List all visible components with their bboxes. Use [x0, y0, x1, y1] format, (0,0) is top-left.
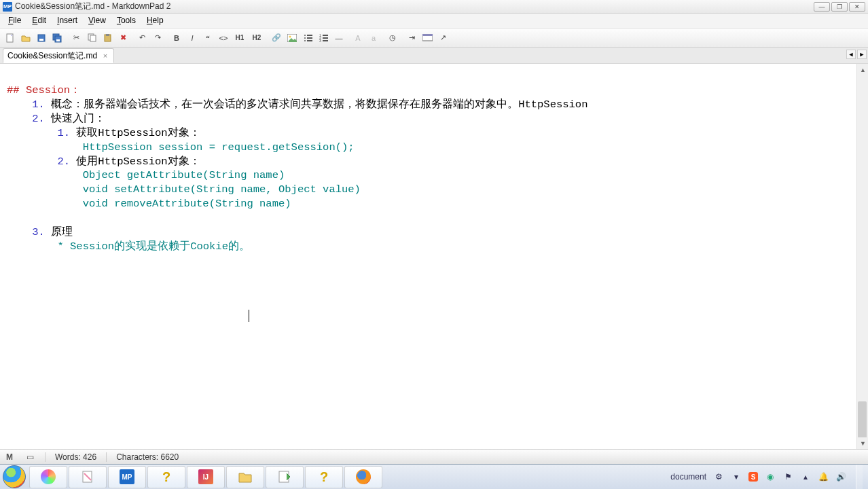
editor-content[interactable]: ## Session： 1. 概念：服务器端会话技术，在一次会话的多次请求间共享… [0, 64, 868, 259]
menu-insert[interactable]: Insert [52, 14, 83, 28]
code-button[interactable]: <> [216, 31, 231, 46]
ordered-list-button[interactable]: 123 [316, 31, 331, 46]
tab-bar: Cookie&Session笔记.md × ◄ ► [0, 48, 868, 64]
text-line: 获取HttpSession对象： [76, 127, 200, 139]
undo-button[interactable]: ↶ [134, 31, 149, 46]
taskbar-app-explorer[interactable] [226, 466, 264, 488]
svg-rect-9 [106, 34, 109, 36]
svg-point-14 [304, 37, 306, 39]
paste-button[interactable] [100, 31, 115, 46]
image-button[interactable] [285, 31, 300, 46]
app-icon: MP [3, 2, 12, 12]
menu-help[interactable]: Help [141, 14, 169, 28]
window-title: Cookie&Session笔记.md - MarkdownPad 2 [15, 1, 814, 12]
tray-icon-notification[interactable]: 🔔 [818, 471, 829, 482]
svg-rect-25 [422, 34, 433, 36]
bold-button[interactable]: B [169, 31, 184, 46]
copy-button[interactable] [84, 31, 99, 46]
windows-orb-icon [3, 465, 26, 488]
tray-icon-sogou[interactable]: S [748, 472, 758, 482]
cut-button[interactable]: ✂ [69, 31, 84, 46]
taskbar-app-help1[interactable]: ? [147, 466, 185, 488]
status-characters: Characters: 6620 [116, 452, 179, 462]
text-line: 快速入门： [51, 113, 105, 125]
redo-button[interactable]: ↷ [150, 31, 165, 46]
tray-icon-volume[interactable]: 🔊 [835, 471, 846, 482]
tray-icon-action[interactable]: ⚑ [782, 471, 793, 482]
tray-icon-2[interactable]: ▾ [731, 471, 742, 482]
tab-close-icon[interactable]: × [101, 52, 109, 60]
tab-active[interactable]: Cookie&Session笔记.md × [3, 48, 114, 63]
svg-rect-21 [323, 37, 328, 39]
link-button[interactable]: 🔗 [269, 31, 284, 46]
scroll-down-button[interactable]: ▼ [857, 437, 868, 449]
svg-rect-19 [323, 35, 328, 36]
quote-button[interactable]: “ [200, 31, 215, 46]
svg-rect-23 [323, 40, 328, 41]
code-line: HttpSession session = request.getSession… [83, 141, 355, 153]
preview-button[interactable] [420, 31, 435, 46]
menu-view[interactable]: View [83, 14, 111, 28]
save-all-button[interactable] [50, 31, 65, 46]
markdown-icon: M [4, 452, 15, 462]
tab-label: Cookie&Session笔记.md [7, 50, 97, 62]
hr-button[interactable]: — [331, 31, 346, 46]
tray-icon-chevron[interactable]: ▴ [800, 471, 811, 482]
scroll-up-button[interactable]: ▲ [857, 64, 868, 75]
taskbar: MP ? IJ ? document ⚙ ▾ S ◉ ⚑ ▴ 🔔 🔊 [0, 464, 868, 489]
timestamp-button[interactable]: ◷ [385, 31, 400, 46]
svg-rect-2 [39, 39, 43, 41]
status-bar: M ▭ Words: 426 Characters: 6620 [0, 449, 868, 464]
taskbar-app-markdownpad[interactable]: MP [108, 466, 146, 488]
h1-button[interactable]: H1 [232, 31, 248, 46]
open-file-button[interactable] [18, 31, 33, 46]
list-number: 2. [57, 156, 76, 168]
list-number: 2. [32, 113, 51, 125]
tab-next-button[interactable]: ► [857, 50, 867, 59]
tray-icon-security[interactable]: ◉ [765, 471, 776, 482]
tab-prev-button[interactable]: ◄ [846, 50, 856, 59]
menu-bar: File Edit Insert View Tools Help [0, 14, 868, 29]
minimize-button[interactable]: — [814, 2, 830, 12]
svg-point-16 [304, 40, 306, 41]
svg-point-11 [289, 35, 291, 37]
taskbar-app-help2[interactable]: ? [305, 466, 343, 488]
delete-button[interactable]: ✖ [115, 31, 130, 46]
taskbar-app-notepad[interactable] [69, 466, 107, 488]
menu-edit[interactable]: Edit [26, 14, 52, 28]
uppercase-button[interactable]: A [350, 31, 365, 46]
save-button[interactable] [34, 31, 49, 46]
taskbar-app-firefox[interactable] [344, 466, 382, 488]
menu-file[interactable]: File [3, 14, 26, 28]
italic-button[interactable]: I [185, 31, 200, 46]
toggle-preview-button[interactable]: ⇥ [404, 31, 419, 46]
code-line: void removeAttribute(String name) [83, 198, 291, 210]
svg-rect-7 [90, 35, 96, 41]
title-bar: MP Cookie&Session笔记.md - MarkdownPad 2 —… [0, 0, 868, 14]
unordered-list-button[interactable] [300, 31, 315, 46]
tray-icon-1[interactable]: ⚙ [713, 471, 724, 482]
text-line: 使用HttpSession对象： [76, 156, 200, 168]
close-button[interactable]: ✕ [849, 2, 865, 12]
menu-tools[interactable]: Tools [111, 14, 141, 28]
tab-nav: ◄ ► [846, 50, 867, 59]
lowercase-button[interactable]: a [366, 31, 381, 46]
editor-area[interactable]: ## Session： 1. 概念：服务器端会话技术，在一次会话的多次请求间共享… [0, 64, 868, 449]
status-words: Words: 426 [55, 452, 96, 462]
new-file-button[interactable] [3, 31, 18, 46]
svg-rect-5 [56, 39, 60, 41]
vertical-scrollbar[interactable]: ▲ ▼ [856, 64, 868, 449]
start-button[interactable] [0, 465, 29, 490]
taskbar-app-intellij[interactable]: IJ [187, 466, 225, 488]
book-icon: ▭ [24, 452, 35, 462]
svg-rect-17 [307, 40, 312, 41]
taskbar-app-1[interactable] [29, 466, 67, 488]
h2-button[interactable]: H2 [249, 31, 265, 46]
scroll-thumb[interactable] [858, 401, 867, 439]
show-desktop-button[interactable] [856, 465, 863, 490]
input-method-label[interactable]: document [670, 472, 706, 482]
list-number: 1. [57, 127, 76, 139]
maximize-button[interactable]: ❐ [831, 2, 848, 12]
taskbar-app-editor[interactable] [266, 466, 304, 488]
export-button[interactable]: ↗ [435, 31, 450, 46]
